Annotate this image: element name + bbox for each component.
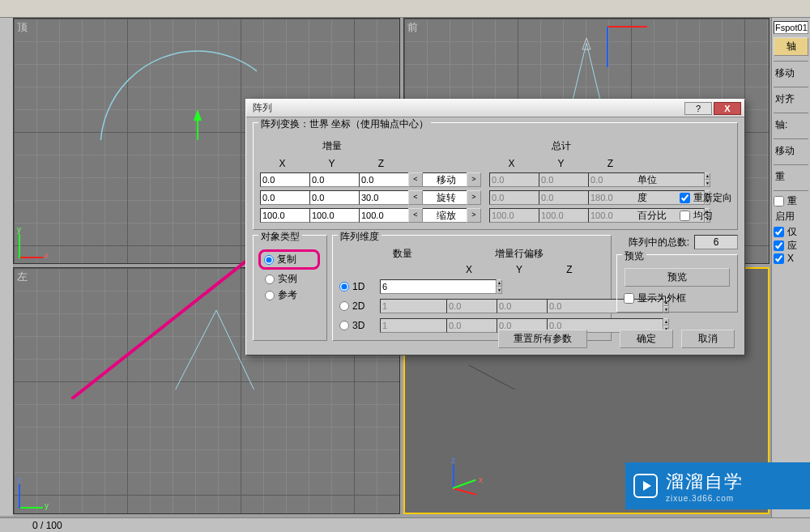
- panel-chk2[interactable]: 应: [774, 239, 808, 253]
- move-left-arrow[interactable]: <: [408, 172, 423, 187]
- array-dimensions-group: 阵列维度 数量 增量行偏移 X Y Z 1D ▲▼ 2D ▲▼ ▲: [332, 235, 612, 341]
- array-dialog: 阵列 ? X 阵列变换：世界 坐标（使用轴点中心） 增量 总计 X Y Z X …: [245, 99, 745, 355]
- scale-left-arrow[interactable]: <: [408, 208, 423, 223]
- dims-x: X: [446, 264, 492, 275]
- dims-y: Y: [497, 264, 542, 275]
- move-tz-spinner: ▲▼: [588, 172, 633, 187]
- panel-chk3[interactable]: X: [774, 253, 808, 264]
- reference-radio[interactable]: 参考: [260, 288, 320, 302]
- svg-marker-2: [194, 109, 202, 121]
- rotate-label: 旋转: [431, 191, 462, 205]
- 2d-x: ▲▼: [446, 299, 492, 313]
- axis-gizmo: z x: [453, 449, 493, 489]
- move-iz-spinner[interactable]: ▲▼: [359, 172, 403, 187]
- row-offset-header: 增量行偏移: [446, 247, 592, 261]
- viewport-top-content: [14, 19, 257, 140]
- y-header: Y: [309, 158, 354, 169]
- close-button[interactable]: X: [714, 102, 741, 115]
- watermark-sub: zixue.3d66.com: [666, 494, 744, 503]
- incremental-label: 增量: [322, 140, 342, 151]
- scale-tz-spinner: ▲▼: [588, 208, 633, 223]
- status-bar: 0 / 100: [0, 517, 810, 532]
- 3d-radio[interactable]: 3D: [339, 320, 375, 331]
- move-tx-spinner: ▲▼: [489, 172, 534, 187]
- totals-label: 总计: [552, 140, 571, 151]
- watermark: 溜溜自学 zixue.3d66.com: [625, 462, 810, 509]
- main-toolbar: [0, 0, 810, 18]
- total-count: 阵列中的总数: 6: [616, 235, 738, 249]
- 2d-y: ▲▼: [497, 299, 542, 313]
- object-type-group: 对象类型 复制 实例 参考: [253, 235, 327, 341]
- panel-chk0[interactable]: 重: [774, 194, 808, 208]
- y-header-t: Y: [539, 158, 583, 169]
- axis-button[interactable]: 轴: [774, 37, 808, 56]
- axis-gizmo: y z: [19, 468, 59, 509]
- instance-radio[interactable]: 实例: [260, 272, 320, 286]
- 3d-count: ▲▼: [380, 318, 425, 333]
- rotate-ty-spinner: ▲▼: [539, 190, 583, 205]
- scale-iz-spinner[interactable]: ▲▼: [359, 208, 403, 223]
- preview-title: 预览: [622, 249, 646, 263]
- rotate-left-arrow[interactable]: <: [408, 190, 423, 205]
- dims-title: 阵列维度: [338, 230, 382, 244]
- svg-line-17: [469, 365, 647, 389]
- object-type-title: 对象类型: [258, 230, 302, 244]
- 1d-radio[interactable]: 1D: [339, 281, 375, 292]
- uniform-checkbox[interactable]: 均匀: [680, 209, 736, 223]
- scale-label: 缩放: [431, 209, 462, 223]
- viewport-label: 顶: [17, 20, 28, 35]
- move2-section: 移动: [774, 143, 808, 160]
- rotate-tz-spinner: ▲▼: [588, 190, 633, 205]
- viewport-label: 前: [407, 20, 418, 35]
- preview-button[interactable]: 预览: [625, 268, 730, 287]
- move-label: 移动: [431, 173, 462, 187]
- frame-counter: 0 / 100: [32, 520, 62, 531]
- transform-group-title: 阵列变换：世界 坐标（使用轴点中心）: [258, 117, 431, 131]
- x-header: X: [260, 158, 305, 169]
- rotate-iz-spinner[interactable]: ▲▼: [359, 190, 403, 205]
- copy-radio[interactable]: 复制: [258, 249, 320, 270]
- move-ty-spinner: ▲▼: [539, 172, 583, 187]
- scale-ix-spinner[interactable]: ▲▼: [260, 208, 305, 223]
- move-unit: 单位: [637, 173, 675, 187]
- move-iy-spinner[interactable]: ▲▼: [309, 172, 354, 187]
- rotate-right-arrow[interactable]: >: [467, 190, 481, 205]
- object-name-field[interactable]: Fspot01: [774, 21, 808, 34]
- align-section: 对齐: [774, 91, 808, 108]
- help-button[interactable]: ?: [684, 102, 712, 115]
- svg-point-0: [100, 51, 257, 140]
- viewport-label: 左: [17, 270, 28, 284]
- scale-iy-spinner[interactable]: ▲▼: [309, 208, 354, 223]
- move-right-arrow[interactable]: >: [467, 172, 481, 187]
- z-header-t: Z: [588, 158, 633, 169]
- array-transform-group: 阵列变换：世界 坐标（使用轴点中心） 增量 总计 X Y Z X Y Z ▲▼ …: [253, 122, 738, 230]
- reset-button[interactable]: 重置所有参数: [498, 330, 587, 348]
- rotate-iy-spinner[interactable]: ▲▼: [309, 190, 354, 205]
- 2d-count: ▲▼: [380, 299, 425, 313]
- move-ix-spinner[interactable]: ▲▼: [260, 172, 305, 187]
- scale-right-arrow[interactable]: >: [467, 208, 481, 223]
- count-header: 数量: [380, 247, 425, 261]
- viewport-left-content: [14, 268, 257, 389]
- ok-button[interactable]: 确定: [620, 330, 673, 348]
- dims-z: Z: [547, 264, 592, 275]
- move-section: 移动: [774, 65, 808, 82]
- 2d-radio[interactable]: 2D: [339, 300, 375, 312]
- svg-line-14: [111, 310, 216, 389]
- cancel-button[interactable]: 取消: [681, 330, 735, 348]
- dialog-titlebar[interactable]: 阵列 ? X: [246, 100, 744, 117]
- rotate-tx-spinner: ▲▼: [489, 190, 534, 205]
- enable-section: 启用: [774, 208, 808, 225]
- command-panel: Fspot01 轴 移动 对齐 轴: 移动 重 重 启用 仅 应 X: [771, 18, 810, 532]
- reset-section: 重: [774, 168, 808, 185]
- 2d-z: ▲▼: [547, 299, 592, 313]
- axis-section: 轴:: [774, 117, 808, 134]
- reorient-checkbox[interactable]: 重新定向: [680, 191, 736, 205]
- panel-chk1[interactable]: 仅: [774, 225, 808, 239]
- display-bbox-checkbox[interactable]: 显示为外框: [624, 292, 731, 305]
- 1d-count[interactable]: ▲▼: [380, 279, 425, 294]
- rotate-ix-spinner[interactable]: ▲▼: [260, 190, 305, 205]
- x-header-t: X: [489, 158, 534, 169]
- play-icon: [633, 474, 658, 498]
- 3d-x: ▲▼: [446, 318, 492, 333]
